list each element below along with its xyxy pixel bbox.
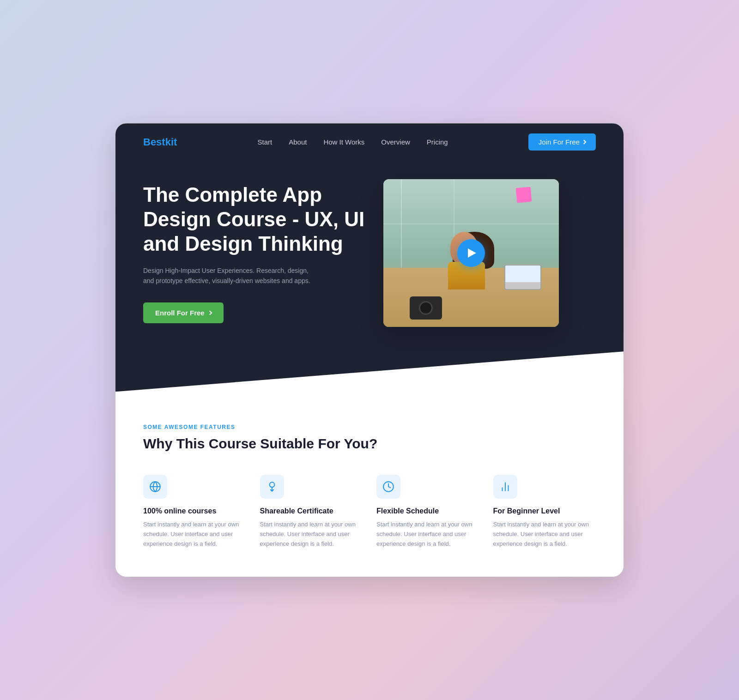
camera xyxy=(410,296,442,320)
enroll-button[interactable]: Enroll For Free xyxy=(143,302,224,323)
browser-window: Bestkit Start About How It Works Overvie… xyxy=(115,123,624,576)
hero-video xyxy=(383,179,559,327)
hero-title: The Complete App Design Course - UX, UI … xyxy=(143,183,365,256)
hero-content: The Complete App Design Course - UX, UI … xyxy=(115,161,624,364)
logo-part1: Best xyxy=(143,136,165,148)
play-icon xyxy=(468,248,476,258)
chevron-icon xyxy=(582,140,587,145)
join-button[interactable]: Join For Free xyxy=(528,133,596,151)
feature-desc-beginner: Start instantly and learn at your own sc… xyxy=(493,520,596,549)
feature-icon-box-beginner xyxy=(493,475,517,499)
feature-certificate: Shareable Certificate Start instantly an… xyxy=(260,475,363,549)
feature-desc-online: Start instantly and learn at your own sc… xyxy=(143,520,246,549)
features-title: Why This Course Suitable For You? xyxy=(143,436,596,452)
window-pane3 xyxy=(383,223,559,224)
laptop-screen xyxy=(505,266,540,282)
nav-link-overview[interactable]: Overview xyxy=(381,138,410,146)
feature-online: 100% online courses Start instantly and … xyxy=(143,475,246,549)
enroll-chevron-icon xyxy=(207,311,212,315)
camera-lens xyxy=(419,301,433,315)
hero-text: The Complete App Design Course - UX, UI … xyxy=(143,183,365,323)
feature-icon-box-certificate xyxy=(260,475,284,499)
nav-link-how-it-works[interactable]: How It Works xyxy=(323,138,364,146)
feature-name-online: 100% online courses xyxy=(143,507,246,515)
nav-link-about[interactable]: About xyxy=(289,138,307,146)
clock-icon xyxy=(382,481,394,493)
feature-schedule: Flexible Schedule Start instantly and le… xyxy=(376,475,479,549)
svg-point-2 xyxy=(269,483,274,488)
hero-subtitle: Design High-Impact User Experiences. Res… xyxy=(143,266,319,286)
sticky-note xyxy=(516,187,532,203)
feature-icon-box-schedule xyxy=(376,475,400,499)
feature-name-schedule: Flexible Schedule xyxy=(376,507,479,515)
hero-section: Bestkit Start About How It Works Overvie… xyxy=(115,123,624,392)
features-label: SOME AWESOME FEATURES xyxy=(143,424,596,430)
features-grid: 100% online courses Start instantly and … xyxy=(143,475,596,549)
chart-icon xyxy=(499,481,511,493)
feature-desc-schedule: Start instantly and learn at your own sc… xyxy=(376,520,479,549)
certificate-icon xyxy=(266,481,278,493)
globe-icon xyxy=(149,481,161,493)
feature-desc-certificate: Start instantly and learn at your own sc… xyxy=(260,520,363,549)
feature-icon-box-online xyxy=(143,475,167,499)
feature-name-certificate: Shareable Certificate xyxy=(260,507,363,515)
navbar: Bestkit Start About How It Works Overvie… xyxy=(115,123,624,161)
play-button[interactable] xyxy=(457,239,485,267)
logo: Bestkit xyxy=(143,136,177,148)
logo-part2: kit xyxy=(165,136,177,148)
video-scene xyxy=(383,179,559,327)
nav-link-pricing[interactable]: Pricing xyxy=(427,138,448,146)
feature-beginner: For Beginner Level Start instantly and l… xyxy=(493,475,596,549)
feature-name-beginner: For Beginner Level xyxy=(493,507,596,515)
nav-link-start[interactable]: Start xyxy=(258,138,273,146)
video-thumbnail xyxy=(383,179,559,327)
nav-links: Start About How It Works Overview Pricin… xyxy=(258,138,448,146)
laptop xyxy=(504,265,541,290)
features-section: SOME AWESOME FEATURES Why This Course Su… xyxy=(115,392,624,576)
